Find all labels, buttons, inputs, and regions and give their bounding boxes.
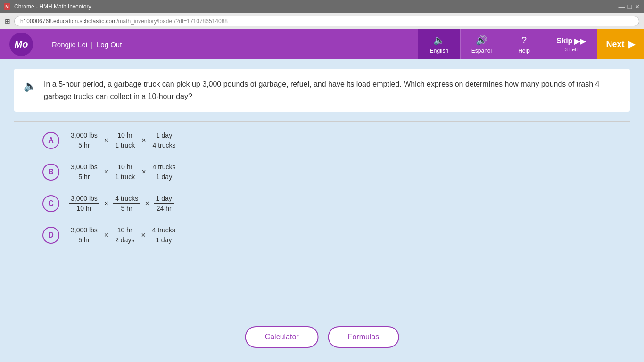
times-a2: ×	[141, 136, 146, 145]
maximize-button[interactable]: □	[628, 3, 632, 10]
help-button[interactable]: ? Help	[503, 29, 545, 59]
answer-option-b[interactable]: B 3,000 lbs 5 hr × 10 hr 1 truck × 4 tru…	[42, 163, 630, 181]
answer-circle-a: A	[42, 132, 59, 149]
times-b2: ×	[141, 168, 146, 176]
nav-user-section: Rongjie Lei | Log Out	[42, 41, 418, 49]
question-speaker-icon[interactable]: 🔈	[24, 80, 36, 92]
answer-expr-b: 3,000 lbs 5 hr × 10 hr 1 truck × 4 truck…	[69, 163, 178, 181]
answer-expr-d: 3,000 lbs 5 hr × 10 hr 2 days × 4 trucks…	[69, 226, 177, 244]
title-bar: M Chrome - HMH Math Inventory — □ ✕	[0, 0, 644, 13]
times-b1: ×	[104, 168, 108, 176]
skip-arrow-icon: ▶▶	[574, 37, 586, 46]
fraction-d3: 4 trucks 1 day	[150, 226, 177, 244]
answer-option-d[interactable]: D 3,000 lbs 5 hr × 10 hr 2 days × 4 truc…	[42, 226, 630, 244]
espanol-button[interactable]: 🔊 Español	[460, 29, 503, 59]
fraction-b1: 3,000 lbs 5 hr	[69, 163, 99, 181]
speaker-icon: 🔈	[433, 34, 445, 46]
times-c1: ×	[104, 199, 108, 208]
logo-mark: Mo	[9, 33, 33, 56]
answers-area: A 3,000 lbs 5 hr × 10 hr 1 truck × 1 day…	[14, 122, 630, 244]
app-icon: M	[4, 3, 10, 10]
answer-option-c[interactable]: C 3,000 lbs 10 hr × 4 trucks 5 hr × 1 da…	[42, 195, 630, 212]
answer-option-a[interactable]: A 3,000 lbs 5 hr × 10 hr 1 truck × 1 day…	[42, 132, 630, 149]
close-button[interactable]: ✕	[635, 3, 640, 10]
skip-button[interactable]: Skip ▶▶ 3 Left	[545, 29, 597, 59]
question-area: 🔈 In a 5-hour period, a garbage truck ca…	[14, 69, 630, 112]
fraction-c1: 3,000 lbs 10 hr	[69, 195, 99, 212]
window-title: Chrome - HMH Math Inventory	[14, 3, 91, 10]
help-label: Help	[518, 48, 530, 54]
fraction-c3: 1 day 24 hr	[154, 195, 174, 212]
answer-expr-a: 3,000 lbs 5 hr × 10 hr 1 truck × 1 day 4…	[69, 132, 178, 149]
english-button[interactable]: 🔈 English	[418, 29, 460, 59]
next-arrow-icon: ▶	[628, 39, 635, 49]
nav-actions: 🔈 English 🔊 Español ? Help Skip ▶▶ 3 Lef…	[418, 29, 644, 59]
speaker-icon-es: 🔊	[476, 34, 487, 46]
times-c2: ×	[145, 199, 149, 208]
url-domain: h100006768.education.scholastic.com	[20, 18, 116, 25]
fraction-b2: 10 hr 1 truck	[113, 163, 137, 181]
fraction-b3: 4 trucks 1 day	[151, 163, 178, 181]
nav-divider: |	[91, 41, 93, 49]
window-controls[interactable]: — □ ✕	[619, 3, 640, 10]
calculator-button[interactable]: Calculator	[245, 326, 319, 348]
address-bar: ⊞ h100006768.education.scholastic.com/ma…	[0, 13, 644, 29]
next-button[interactable]: Next ▶	[597, 29, 644, 59]
fraction-a1: 3,000 lbs 5 hr	[69, 132, 99, 149]
answer-expr-c: 3,000 lbs 10 hr × 4 trucks 5 hr × 1 day …	[69, 195, 174, 212]
browser-icon: ⊞	[5, 17, 10, 25]
formulas-button[interactable]: Formulas	[328, 326, 399, 348]
url-input[interactable]: h100006768.education.scholastic.com/math…	[14, 16, 639, 26]
skip-left-label: 3 Left	[565, 47, 578, 52]
url-path: /math_inventory/loader/?dt=1710786514088	[116, 18, 228, 25]
answer-circle-b: B	[42, 164, 59, 181]
logo: Mo	[0, 29, 42, 59]
logout-button[interactable]: Log Out	[97, 41, 122, 49]
bottom-bar: Calculator Formulas	[245, 326, 399, 348]
next-label: Next	[606, 40, 624, 49]
skip-label: Skip	[557, 37, 573, 45]
fraction-a2: 10 hr 1 truck	[113, 132, 137, 149]
answer-circle-c: C	[42, 195, 59, 212]
nav-bar: Mo Rongjie Lei | Log Out 🔈 English 🔊 Esp…	[0, 29, 644, 59]
minimize-button[interactable]: —	[619, 3, 625, 10]
times-d2: ×	[141, 231, 145, 239]
times-a1: ×	[104, 136, 108, 145]
times-d1: ×	[104, 231, 108, 239]
fraction-a3: 1 day 4 trucks	[151, 132, 178, 149]
fraction-d1: 3,000 lbs 5 hr	[69, 226, 99, 244]
username-label: Rongjie Lei	[52, 41, 87, 49]
answer-circle-d: D	[42, 227, 59, 244]
fraction-d2: 10 hr 2 days	[113, 226, 136, 244]
espanol-label: Español	[471, 48, 492, 54]
question-text: In a 5-hour period, a garbage truck can …	[44, 78, 616, 102]
help-icon: ?	[521, 35, 527, 46]
english-label: English	[430, 48, 448, 54]
fraction-c2: 4 trucks 5 hr	[113, 195, 140, 212]
main-content: 🔈 In a 5-hour period, a garbage truck ca…	[0, 59, 644, 362]
